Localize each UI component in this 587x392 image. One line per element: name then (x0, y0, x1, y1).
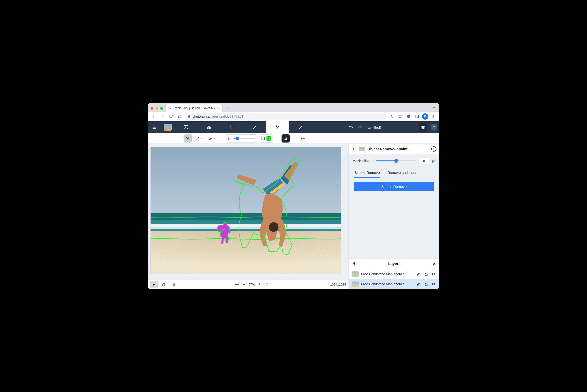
text-tool[interactable] (220, 121, 243, 133)
mask-dilation-label: Mask Dilation (353, 159, 373, 163)
layer-edit-icon[interactable] (416, 282, 421, 286)
panel-back-button[interactable] (352, 146, 356, 151)
wand-remove-tool[interactable]: ▼ (207, 134, 217, 142)
favicon-icon (168, 106, 172, 110)
shapes-tool[interactable] (197, 121, 220, 133)
zoom-out-button[interactable]: − (242, 282, 245, 287)
overlay-color-control[interactable] (259, 134, 272, 142)
invert-mask-button[interactable] (281, 134, 290, 142)
nav-forward-button[interactable] (159, 113, 166, 120)
draw-tool[interactable] (243, 121, 266, 133)
close-tab-icon[interactable]: ✕ (217, 106, 220, 110)
browser-window: PhotoFairy | Design - 6dveSMk ✕ + photof… (148, 103, 439, 289)
layers-toggle-button[interactable] (419, 123, 427, 132)
browser-tab[interactable]: PhotoFairy | Design - 6dveSMk ✕ (166, 104, 222, 112)
simple-remove-button[interactable]: Simple Remove (354, 182, 434, 191)
browser-toolbar: photofairy.ai/design/6dveSMkkqTtf P (148, 112, 439, 121)
status-bar: − 57% + 1024x1024 (148, 280, 349, 289)
share-button[interactable] (388, 113, 395, 120)
image-icon (261, 136, 265, 140)
profile-avatar[interactable]: P (422, 114, 428, 120)
url-host: photofairy.ai (192, 114, 210, 118)
browser-menu-button[interactable] (430, 113, 437, 120)
tab-remove-inpaint[interactable]: Remove and Inpaint (387, 168, 420, 178)
panel-info-button[interactable]: i (431, 146, 436, 152)
selection-settings-button[interactable] (299, 134, 307, 142)
layers-panel: Layers ✕ Free Handstand Man photo a Free… (349, 258, 439, 289)
fullscreen-window-button[interactable] (160, 107, 163, 110)
layer-lock-icon[interactable] (424, 272, 429, 276)
gallery-button[interactable] (161, 121, 174, 133)
panel-tabs: Simple Remove Remove and Inpaint (349, 168, 439, 178)
mask-dilation-value[interactable]: 10 (419, 158, 429, 164)
cut-tool[interactable] (266, 121, 289, 133)
redo-button[interactable] (358, 125, 362, 130)
history-controls: (Untitled) (312, 121, 417, 133)
svg-point-4 (433, 117, 434, 118)
layer-name: Free Handstand Man photo a (361, 282, 414, 286)
layer-edit-icon[interactable] (416, 272, 421, 276)
svg-point-3 (433, 116, 434, 116)
layers-close-button[interactable]: ✕ (432, 261, 436, 266)
layer-lock-icon[interactable] (424, 282, 429, 286)
new-tab-button[interactable]: + (224, 104, 231, 111)
color-swatch (266, 136, 271, 140)
segmentation-overlay (151, 147, 341, 274)
panel-thumb (359, 147, 365, 151)
tab-simple-remove[interactable]: Simple Remove (354, 168, 380, 178)
layers-title: Layers (356, 262, 432, 266)
pan-tool[interactable] (160, 281, 168, 288)
layer-row[interactable]: Free Handstand Man photo a (349, 279, 439, 289)
image-tool[interactable] (174, 121, 197, 133)
mask-dilation-row: Mask Dilation 10 px (349, 154, 439, 168)
home-button[interactable] (176, 113, 183, 120)
side-panel: Object Remove/Inpaint i Mask Dilation 10… (349, 144, 439, 289)
layer-name: Free Handstand Man photo a (361, 272, 414, 276)
sidepanel-button[interactable] (414, 113, 421, 120)
reload-button[interactable] (167, 113, 174, 120)
brush-tool[interactable] (289, 121, 312, 133)
undo-button[interactable] (349, 125, 353, 130)
magic-select-tool[interactable] (184, 134, 192, 142)
close-window-button[interactable] (151, 107, 153, 110)
svg-point-2 (433, 115, 434, 116)
handstand-figure (237, 162, 299, 246)
bookmark-button[interactable] (396, 113, 403, 120)
image-icon (228, 136, 232, 140)
overlay-opacity-slider[interactable] (233, 138, 255, 139)
layer-thumb (352, 272, 359, 277)
caret-icon: ▼ (201, 137, 203, 140)
help-button[interactable]: ? (431, 124, 437, 130)
address-bar[interactable]: photofairy.ai/design/6dveSMkkqTtf (184, 113, 386, 120)
panel-title: Object Remove/Inpaint (367, 147, 429, 151)
layer-visibility-icon[interactable] (431, 272, 436, 276)
wand-add-tool[interactable]: ▼ (194, 134, 205, 142)
tabs-overflow-button[interactable] (431, 104, 437, 111)
canvas-bounds-icon (325, 283, 328, 286)
pointer-tool[interactable] (150, 281, 158, 288)
mask-dilation-slider[interactable] (376, 160, 416, 162)
svg-point-7 (207, 127, 209, 129)
canvas[interactable] (151, 147, 341, 274)
app-toolbar: (Untitled) ? (148, 121, 439, 133)
extensions-button[interactable] (405, 113, 412, 120)
svg-rect-8 (209, 127, 211, 129)
menu-button[interactable] (148, 121, 161, 133)
layer-visibility-icon[interactable] (431, 282, 436, 286)
canvas-panel: − 57% + 1024x1024 (148, 144, 349, 289)
minimize-window-button[interactable] (155, 107, 158, 110)
svg-point-13 (262, 138, 263, 138)
window-controls (150, 107, 164, 112)
document-title[interactable]: (Untitled) (367, 125, 381, 130)
layer-row[interactable]: Free Handstand Man photo a (349, 269, 439, 279)
svg-point-15 (302, 138, 304, 139)
gallery-icon (164, 124, 172, 130)
zoom-in-button[interactable]: + (258, 282, 261, 287)
nav-back-button[interactable] (150, 113, 157, 120)
layer-thumb (352, 282, 359, 287)
zoom-value[interactable]: 57% (248, 283, 255, 286)
snap-tool[interactable] (170, 281, 178, 288)
fullscreen-button[interactable] (264, 283, 268, 286)
svg-rect-12 (262, 137, 264, 140)
fit-width-button[interactable] (235, 282, 239, 287)
